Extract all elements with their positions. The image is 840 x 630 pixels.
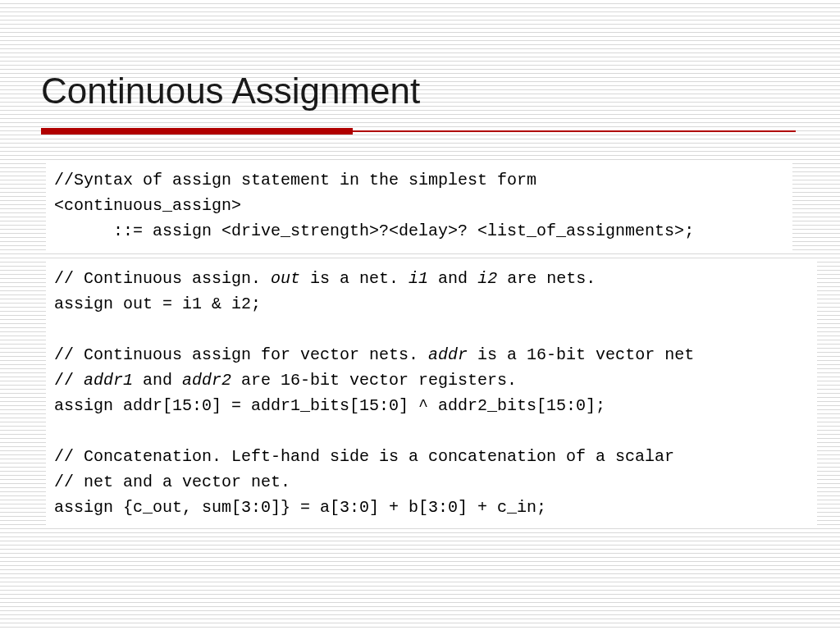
syntax-line-3: ::= assign <drive_strength>?<delay>? <li…	[54, 221, 694, 240]
syntax-line-2: <continuous_assign>	[54, 196, 241, 215]
syntax-code-block: //Syntax of assign statement in the simp…	[46, 161, 792, 250]
syntax-line-1: //Syntax of assign statement in the simp…	[54, 171, 536, 189]
ex-line: // Concatenation. Left-hand side is a co…	[54, 447, 674, 466]
ex-line: // Continuous assign. out is a net. i1 a…	[54, 269, 596, 288]
slide-title: Continuous Assignment	[41, 71, 420, 112]
ex-line: assign addr[15:0] = addr1_bits[15:0] ^ a…	[54, 396, 605, 415]
ex-line: // addr1 and addr2 are 16-bit vector reg…	[54, 371, 517, 390]
ex-line: // net and a vector net.	[54, 472, 290, 491]
ex-line: assign out = i1 & i2;	[54, 294, 261, 313]
slide: Continuous Assignment //Syntax of assign…	[0, 0, 840, 630]
ex-line: assign {c_out, sum[3:0]} = a[3:0] + b[3:…	[54, 498, 546, 517]
title-underline	[41, 128, 796, 135]
example-code-block: // Continuous assign. out is a net. i1 a…	[46, 259, 817, 527]
ex-line: // Continuous assign for vector nets. ad…	[54, 345, 694, 364]
